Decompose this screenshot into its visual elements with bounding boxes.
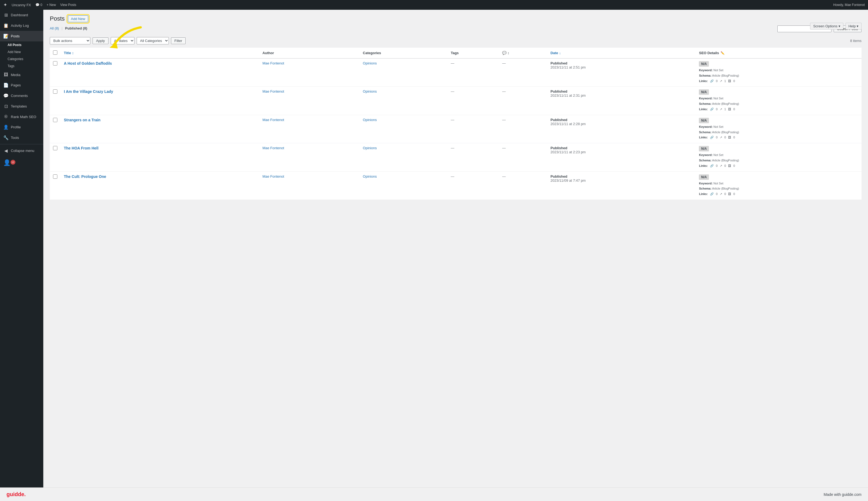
add-new-button[interactable]: Add New xyxy=(68,15,88,22)
row-categories-cell: Opinions xyxy=(360,143,448,171)
date-column-header[interactable]: Date ↓ xyxy=(547,48,696,58)
filter-button[interactable]: Filter xyxy=(171,38,186,44)
author-link-1[interactable]: Mae Fontenot xyxy=(262,89,284,94)
sidebar-item-profile[interactable]: 👤 Profile xyxy=(0,122,43,132)
table-row: A Host of Golden Daffodils Mae Fontenot … xyxy=(50,58,861,87)
post-title-link-0[interactable]: A Host of Golden Daffodils xyxy=(64,61,112,65)
sidebar-item-tools[interactable]: 🔧 Tools xyxy=(0,132,43,143)
sidebar-item-activity-log[interactable]: 📋 Activity Log xyxy=(0,20,43,31)
seo-score-3: N/A xyxy=(699,146,709,151)
row-author-cell: Mae Fontenot xyxy=(259,115,360,143)
sidebar-item-rank-math[interactable]: ® Rank Math SEO xyxy=(0,111,43,122)
sidebar-item-media[interactable]: 🖼 Media xyxy=(0,70,43,80)
wp-logo[interactable]: ✦ xyxy=(3,2,7,8)
pages-icon: 📄 xyxy=(3,83,9,88)
cat-link-2[interactable]: Opinions xyxy=(363,118,377,122)
dates-select[interactable]: All dates xyxy=(111,37,134,44)
sidebar-sub-tags[interactable]: Tags xyxy=(0,63,43,70)
view-posts-link[interactable]: View Posts xyxy=(61,3,76,7)
row-title-cell: The HOA From Hell xyxy=(61,143,259,171)
row-checkbox-2[interactable] xyxy=(53,118,57,122)
sidebar-label-media: Media xyxy=(11,73,20,77)
sidebar-item-pages[interactable]: 📄 Pages xyxy=(0,80,43,90)
tools-icon: 🔧 xyxy=(3,135,9,140)
row-comments-cell: — xyxy=(499,143,547,171)
table-row: The HOA From Hell Mae Fontenot Opinions … xyxy=(50,143,861,171)
sidebar-sub-add-new[interactable]: Add New xyxy=(0,49,43,55)
sidebar-label-rank-math: Rank Math SEO xyxy=(11,115,36,119)
sidebar-sub-all-posts[interactable]: All Posts xyxy=(0,41,43,49)
post-title-link-4[interactable]: The Cult: Prologue One xyxy=(64,174,106,179)
row-author-cell: Mae Fontenot xyxy=(259,58,360,87)
collapse-icon: ◀ xyxy=(3,148,9,153)
seo-details-column-header: SEO Details ✏️ xyxy=(696,48,861,58)
site-name[interactable]: Uncanny FX xyxy=(12,3,31,7)
row-author-cell: Mae Fontenot xyxy=(259,171,360,200)
new-content-button[interactable]: + New xyxy=(46,3,56,7)
items-count: 8 items xyxy=(850,39,861,43)
categories-column-header: Categories xyxy=(360,48,448,58)
table-row: Strangers on a Train Mae Fontenot Opinio… xyxy=(50,115,861,143)
row-date-cell: Published 2023/11/11 at 2:51 pm xyxy=(547,58,696,87)
sidebar: ⊞ Dashboard 📋 Activity Log 📝 Posts All P… xyxy=(0,10,43,501)
seo-score-0: N/A xyxy=(699,61,709,67)
author-link-3[interactable]: Mae Fontenot xyxy=(262,146,284,150)
row-checkbox-1[interactable] xyxy=(53,89,57,94)
sidebar-item-comments[interactable]: 💬 Comments xyxy=(0,90,43,101)
cat-link-4[interactable]: Opinions xyxy=(363,174,377,179)
sidebar-sub-categories[interactable]: Categories xyxy=(0,55,43,63)
top-controls: Screen Options ▾ Help ▾ xyxy=(810,23,861,30)
row-title-cell: The Cult: Prologue One xyxy=(61,171,259,200)
row-checkbox-0[interactable] xyxy=(53,61,57,65)
sidebar-item-dashboard[interactable]: ⊞ Dashboard xyxy=(0,10,43,20)
post-title-link-2[interactable]: Strangers on a Train xyxy=(64,118,100,122)
apply-button[interactable]: Apply xyxy=(92,38,109,44)
author-link-2[interactable]: Mae Fontenot xyxy=(262,118,284,122)
comments-icon-bar[interactable]: 💬 0 xyxy=(35,3,43,7)
author-link-0[interactable]: Mae Fontenot xyxy=(262,61,284,65)
row-author-cell: Mae Fontenot xyxy=(259,87,360,115)
page-header: Posts Add New xyxy=(50,15,861,22)
sidebar-item-collapse[interactable]: ◀ Collapse menu xyxy=(0,146,43,156)
row-tags-cell: — xyxy=(448,171,499,200)
sidebar-label-comments: Comments xyxy=(11,94,28,98)
author-link-4[interactable]: Mae Fontenot xyxy=(262,174,284,179)
categories-select[interactable]: All Categories xyxy=(136,37,169,44)
row-checkbox-cell xyxy=(50,143,61,171)
help-button[interactable]: Help ▾ xyxy=(846,23,861,30)
row-seo-cell: N/A Keyword: Not Set Schema: Article (Bl… xyxy=(696,58,861,87)
made-with-text: Made with guidde.com xyxy=(824,492,861,497)
row-checkbox-3[interactable] xyxy=(53,146,57,150)
sidebar-label-pages: Pages xyxy=(11,83,21,87)
row-tags-cell: — xyxy=(448,58,499,87)
filter-tab-published[interactable]: Published (8) xyxy=(65,26,87,30)
row-categories-cell: Opinions xyxy=(360,115,448,143)
rank-math-icon: ® xyxy=(3,114,9,119)
cat-link-3[interactable]: Opinions xyxy=(363,146,377,150)
row-checkbox-4[interactable] xyxy=(53,174,57,179)
cat-link-0[interactable]: Opinions xyxy=(363,61,377,65)
filter-tab-all[interactable]: All (8) xyxy=(50,26,59,30)
row-seo-cell: N/A Keyword: Not Set Schema: Article (Bl… xyxy=(696,171,861,200)
tags-column-header: Tags xyxy=(448,48,499,58)
sidebar-item-posts[interactable]: 📝 Posts xyxy=(0,31,43,41)
sidebar-item-templates[interactable]: ⊡ Templates xyxy=(0,101,43,111)
activity-log-icon: 📋 xyxy=(3,23,9,28)
row-comments-cell: — xyxy=(499,171,547,200)
sidebar-label-templates: Templates xyxy=(11,104,27,108)
title-column-header[interactable]: Title ↕ xyxy=(61,48,259,58)
dashboard-icon: ⊞ xyxy=(3,12,9,18)
row-title-cell: Strangers on a Train xyxy=(61,115,259,143)
cat-link-1[interactable]: Opinions xyxy=(363,89,377,94)
screen-options-button[interactable]: Screen Options ▾ xyxy=(810,23,843,30)
post-title-link-1[interactable]: I Am the Village Crazy Lady xyxy=(64,89,113,94)
seo-edit-icon[interactable]: ✏️ xyxy=(721,51,725,55)
post-title-link-3[interactable]: The HOA From Hell xyxy=(64,146,99,150)
row-categories-cell: Opinions xyxy=(360,171,448,200)
select-all-checkbox[interactable] xyxy=(53,50,57,55)
row-seo-cell: N/A Keyword: Not Set Schema: Article (Bl… xyxy=(696,115,861,143)
select-all-header xyxy=(50,48,61,58)
notification-badge: 12 xyxy=(11,160,15,165)
sidebar-label-activity-log: Activity Log xyxy=(11,23,29,28)
bulk-actions-select[interactable]: Bulk actions xyxy=(50,37,90,44)
